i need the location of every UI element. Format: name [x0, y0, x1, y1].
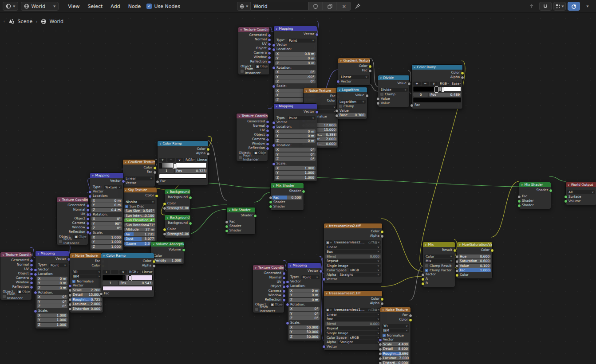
uv-socket[interactable]	[30, 268, 33, 271]
fac-socket[interactable]	[409, 314, 412, 317]
node-divide-1[interactable]: ∨DivideValueDivide∨ClampValueValue	[378, 75, 410, 107]
scale--socket[interactable]	[272, 162, 276, 166]
base-field[interactable]: Base0.300	[338, 113, 366, 117]
y-field[interactable]: Y0 m	[289, 293, 320, 297]
color-socket[interactable]	[206, 148, 210, 151]
stop-position-field[interactable]: Pos0.489	[429, 93, 461, 97]
x-field[interactable]: X0 m	[275, 129, 316, 133]
object-field[interactable]: ▣Object✐	[253, 151, 266, 155]
scale--socket[interactable]	[286, 321, 289, 325]
node-editor-canvas[interactable]: ∨Texture CoordinateGeneratedNormalUVObje…	[0, 12, 596, 364]
shader-socket[interactable]	[517, 200, 521, 203]
pin-icon[interactable]	[355, 3, 361, 9]
node-header[interactable]: ∨Mapping	[274, 104, 317, 109]
color-socket[interactable]	[163, 228, 166, 231]
generated-socket[interactable]	[282, 272, 286, 275]
node-noise-texture-2[interactable]: ∨Noise TextureFacColor3D∨fBM∨✓NormalizeV…	[70, 253, 103, 313]
image-name-field[interactable]: treesseamless2....○❐▤✕	[333, 240, 381, 245]
value-socket[interactable]	[376, 97, 380, 101]
y-field[interactable]: Y0°	[289, 312, 320, 316]
collapse-caret-icon[interactable]: ∨	[340, 59, 342, 62]
stop-position-field[interactable]: Pos0.323	[175, 169, 207, 173]
vector-socket[interactable]	[272, 43, 276, 47]
shader-socket[interactable]	[549, 189, 553, 192]
node-texture-coordinate-4[interactable]: ∨Texture CoordinateGeneratedNormalUVObje…	[0, 252, 32, 300]
node-mix-shader-3[interactable]: ∨Mix ShaderShaderFacShaderShader	[519, 182, 551, 209]
a-socket[interactable]	[421, 278, 425, 281]
node-mix-shader-1[interactable]: ∨Mix ShaderShaderFacShaderShader	[226, 207, 256, 235]
color-ramp-gradient[interactable]	[159, 163, 207, 168]
linear-dropdown[interactable]: Linear∨	[325, 313, 381, 317]
background-socket[interactable]	[189, 222, 192, 225]
value-socket[interactable]	[407, 82, 411, 86]
shader-socket[interactable]	[269, 200, 272, 204]
collapse-caret-icon[interactable]: ∨	[326, 224, 328, 227]
collapse-arrow-icon[interactable]: ‹	[4, 19, 5, 23]
unlink-button[interactable]: ×	[337, 2, 351, 11]
x-field[interactable]: X0 m	[91, 199, 122, 203]
node-sky-texture-1[interactable]: ∨Sky TextureColorNishita∨✓Sun DiscSun Si…	[122, 187, 157, 248]
factor-socket[interactable]	[421, 273, 425, 277]
fac-socket[interactable]	[368, 69, 372, 73]
menu-node[interactable]: Node	[124, 4, 145, 9]
texture-dropdown[interactable]: Texture∨	[104, 185, 122, 189]
uv-socket[interactable]	[282, 281, 286, 284]
from-instancer-checkbox[interactable]	[255, 308, 258, 311]
node-header[interactable]: ∨Noise Texture	[304, 88, 338, 93]
roughn--field[interactable]: Roughn...0.696	[382, 352, 409, 356]
collapse-caret-icon[interactable]: ∨	[459, 243, 461, 246]
node-header[interactable]: ∨Volume Absorption	[151, 242, 184, 247]
lacunar--field[interactable]: Lacunar...2.000	[71, 302, 102, 306]
fac-socket[interactable]	[410, 104, 414, 107]
color-swatch[interactable]	[413, 98, 461, 102]
z-field[interactable]: Z50.000	[289, 335, 320, 339]
stop-index-field[interactable]: 0	[413, 93, 428, 97]
fac-socket[interactable]	[156, 180, 159, 184]
window-socket[interactable]	[268, 56, 271, 59]
node-header[interactable]: ∨treesseamless2.tiff	[324, 223, 382, 228]
value-socket[interactable]	[365, 94, 369, 98]
color-socket[interactable]	[152, 260, 156, 263]
fac-field[interactable]: Fac0.500	[272, 196, 302, 200]
lacunar--field[interactable]: Lacunar...2.000	[382, 356, 409, 360]
location--socket[interactable]	[272, 125, 276, 129]
image-type-dropdown[interactable]: ▣∨	[325, 240, 333, 245]
x-field[interactable]: X0°	[37, 295, 67, 299]
collapse-caret-icon[interactable]: ∨	[382, 308, 384, 311]
blend-field[interactable]: Blend0.000	[325, 322, 381, 326]
normal-socket[interactable]	[86, 208, 90, 212]
vector-socket[interactable]	[315, 33, 319, 36]
node-header[interactable]: ∨Mapping	[274, 26, 317, 31]
collapse-caret-icon[interactable]: ∨	[339, 88, 340, 91]
from-instancer-checkbox[interactable]	[59, 240, 62, 243]
color-socket[interactable]	[380, 297, 384, 301]
dust-field[interactable]: Dust3.077	[124, 237, 155, 241]
object-field[interactable]: ▣Object✐	[17, 290, 30, 294]
z-field[interactable]: Z0°	[289, 316, 320, 320]
node-logarithm-1[interactable]: ∨LogarithmValueLogarithm∨ClampValueBase0…	[336, 87, 367, 119]
generated-socket[interactable]	[268, 34, 271, 37]
saturation-field[interactable]: Saturation0.600	[458, 259, 491, 263]
strength-socket[interactable]	[163, 207, 166, 210]
id-type-button[interactable]: ▼	[237, 2, 251, 11]
collapse-caret-icon[interactable]: ∨	[521, 183, 523, 186]
interpolation-dropdown[interactable]: Linear∨	[196, 158, 207, 162]
alpha-socket[interactable]	[380, 302, 384, 305]
node-header[interactable]: ∨Texture Coordinate	[57, 197, 88, 202]
point-dropdown[interactable]: Point∨	[288, 116, 316, 120]
vector-socket[interactable]	[68, 284, 72, 288]
shader-socket[interactable]	[269, 205, 272, 208]
x-field[interactable]: X0.8 m	[275, 52, 316, 56]
object-socket[interactable]	[266, 133, 269, 137]
image-name-field[interactable]: treesseamless1....○❐▤✕	[333, 308, 381, 312]
node-header[interactable]: ∨Logarithm	[337, 87, 367, 92]
distortion-socket[interactable]	[68, 307, 72, 311]
ramp-handle[interactable]	[173, 163, 176, 168]
node-header[interactable]: ∨Background	[165, 189, 190, 194]
z-field[interactable]: Z0°	[275, 79, 316, 83]
remove-stop-button[interactable]: −	[422, 82, 429, 86]
node-header[interactable]: ∨Texture Coordinate	[237, 114, 268, 118]
generated-socket[interactable]	[266, 120, 269, 124]
ramp-handle[interactable]	[435, 87, 438, 92]
clamp-factor-checkbox[interactable]: ✓	[425, 269, 428, 272]
